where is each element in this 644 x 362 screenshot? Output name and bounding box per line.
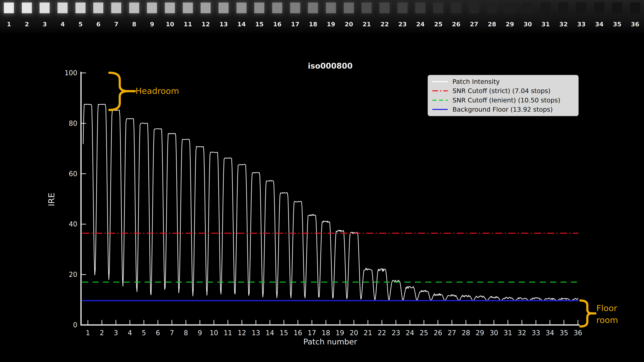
headroom-brace xyxy=(109,73,128,110)
x-tick-label: 20 xyxy=(350,329,358,337)
patch-intensity-trace xyxy=(83,104,578,301)
x-tick-label: 31 xyxy=(504,329,512,337)
x-tick-label: 17 xyxy=(308,329,316,337)
y-tick-label: 0 xyxy=(73,321,77,329)
x-tick-label: 25 xyxy=(420,329,428,337)
y-tick-label: 60 xyxy=(69,170,77,178)
legend-row-background-floor: Background Floor (13.92 stops) xyxy=(432,106,574,113)
legend-sample-patch-intensity xyxy=(432,81,448,82)
x-tick-label: 2 xyxy=(100,329,104,337)
x-tick-label: 10 xyxy=(210,329,218,337)
x-tick-label: 14 xyxy=(266,329,274,337)
screen: 1234567891011121314151617181920212223242… xyxy=(0,0,644,362)
x-tick-label: 21 xyxy=(364,329,372,337)
y-tick-label: 80 xyxy=(69,119,77,127)
legend-box: Patch Intensity SNR Cutoff (strict) (7.0… xyxy=(428,75,578,116)
x-tick-label: 26 xyxy=(434,329,442,337)
waveform-plot: 0204060801001234567891011121314151617181… xyxy=(0,0,644,362)
floor-room-line2: room xyxy=(596,314,618,326)
legend-row-snr-strict: SNR Cutoff (strict) (7.04 stops) xyxy=(432,87,574,94)
x-tick-label: 13 xyxy=(252,329,260,337)
x-tick-label: 18 xyxy=(322,329,330,337)
x-tick-label: 22 xyxy=(378,329,386,337)
x-tick-label: 30 xyxy=(490,329,498,337)
x-tick-label: 11 xyxy=(224,329,232,337)
x-tick-label: 6 xyxy=(156,329,160,337)
y-tick-label: 100 xyxy=(64,69,77,77)
chart-title: iso000800 xyxy=(196,61,464,70)
x-tick-label: 34 xyxy=(546,329,554,337)
legend-row-snr-lenient: SNR Cutoff (lenient) (10.50 stops) xyxy=(432,96,574,104)
x-tick-label: 3 xyxy=(114,329,118,337)
x-tick-label: 9 xyxy=(198,329,202,337)
x-tick-label: 28 xyxy=(462,329,470,337)
legend-sample-snr-lenient xyxy=(432,100,448,101)
x-tick-label: 16 xyxy=(294,329,302,337)
y-tick-label: 40 xyxy=(69,220,77,228)
x-tick-label: 32 xyxy=(518,329,526,337)
floor-room-line1: Floor xyxy=(596,302,618,314)
floor-room-brace xyxy=(580,301,592,327)
x-tick-label: 35 xyxy=(560,329,568,337)
legend-sample-background-floor xyxy=(432,109,448,110)
legend-label: SNR Cutoff (strict) (7.04 stops) xyxy=(452,87,550,94)
legend-label: Patch Intensity xyxy=(452,78,500,85)
x-tick-label: 1 xyxy=(86,329,90,337)
x-tick-label: 36 xyxy=(574,329,582,337)
x-axis-label: Patch number xyxy=(246,337,414,346)
x-tick-label: 15 xyxy=(280,329,288,337)
legend-sample-snr-strict xyxy=(432,90,448,91)
legend-label: SNR Cutoff (lenient) (10.50 stops) xyxy=(452,96,560,104)
x-tick-label: 12 xyxy=(238,329,246,337)
x-tick-label: 19 xyxy=(336,329,344,337)
headroom-annotation: Headroom xyxy=(136,86,179,96)
legend-label: Background Floor (13.92 stops) xyxy=(452,106,553,113)
x-tick-label: 7 xyxy=(170,329,174,337)
x-tick-label: 23 xyxy=(392,329,400,337)
y-tick-label: 20 xyxy=(69,271,77,278)
x-tick-label: 4 xyxy=(128,329,132,337)
x-tick-label: 24 xyxy=(406,329,414,337)
x-tick-label: 5 xyxy=(142,329,146,337)
x-tick-label: 27 xyxy=(448,329,456,337)
legend-row-patch-intensity: Patch Intensity xyxy=(432,78,574,85)
x-tick-label: 8 xyxy=(184,329,188,337)
floor-room-annotation: Floor room xyxy=(596,302,618,326)
x-tick-label: 29 xyxy=(476,329,484,337)
x-tick-label: 33 xyxy=(532,329,540,337)
y-axis-label: IRE xyxy=(46,174,57,225)
